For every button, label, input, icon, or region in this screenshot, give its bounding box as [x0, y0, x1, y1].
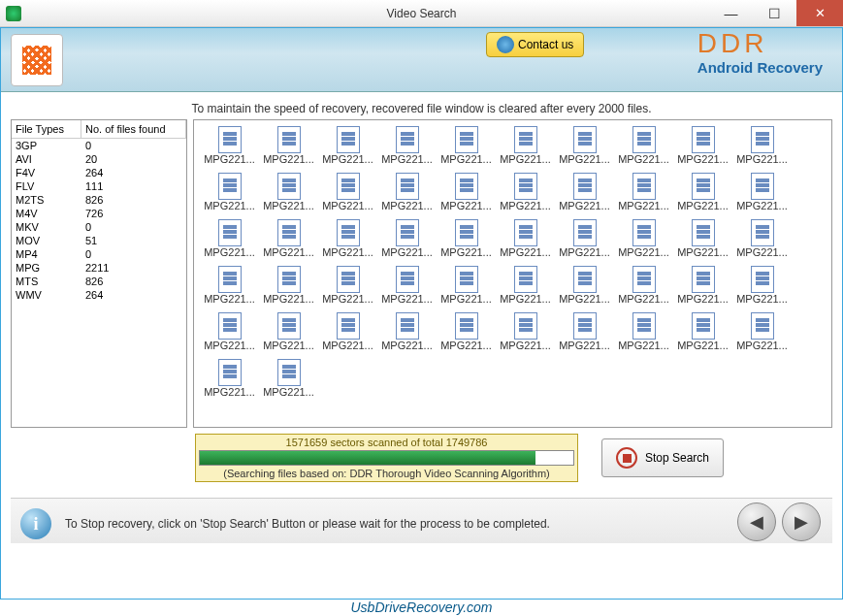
progress-bar	[199, 450, 574, 466]
file-item[interactable]: MPG221...	[614, 122, 673, 165]
file-item[interactable]: MPG221...	[555, 262, 614, 305]
table-row[interactable]: WMV264	[12, 288, 186, 302]
file-item[interactable]: MPG221...	[673, 262, 732, 305]
file-icon	[514, 219, 537, 246]
file-item[interactable]: MPG221...	[200, 262, 259, 305]
file-item[interactable]: MPG221...	[673, 308, 732, 351]
file-item[interactable]: MPG221...	[732, 308, 792, 351]
file-label: MPG221...	[377, 246, 437, 258]
file-item[interactable]: MPG221...	[496, 308, 555, 351]
file-item[interactable]: MPG221...	[200, 308, 259, 351]
col-file-types[interactable]: File Types	[12, 120, 81, 138]
file-label: MPG221...	[200, 153, 259, 165]
table-row[interactable]: MPG2211	[12, 261, 186, 275]
file-icon	[277, 173, 301, 200]
file-item[interactable]: MPG221...	[318, 169, 377, 211]
file-item[interactable]: MPG221...	[437, 308, 496, 351]
file-icon	[337, 266, 360, 293]
stop-label: Stop Search	[645, 451, 709, 465]
contact-icon	[497, 36, 514, 53]
file-item[interactable]: MPG221...	[496, 215, 555, 258]
file-icon	[218, 173, 242, 200]
file-icon	[218, 266, 242, 293]
app-icon	[6, 6, 21, 21]
file-item[interactable]: MPG221...	[259, 355, 318, 398]
next-button[interactable]: ▶	[782, 503, 821, 541]
table-row[interactable]: MTS826	[12, 275, 186, 288]
brand-name: DDR	[697, 30, 823, 57]
file-item[interactable]: MPG221...	[318, 122, 377, 165]
file-item[interactable]: MPG221...	[259, 122, 318, 165]
file-item[interactable]: MPG221...	[614, 169, 673, 211]
file-item[interactable]: MPG221...	[614, 215, 673, 258]
file-item[interactable]: MPG221...	[673, 169, 732, 211]
file-item[interactable]: MPG221...	[318, 308, 377, 351]
file-item[interactable]: MPG221...	[555, 215, 614, 258]
back-button[interactable]: ◀	[737, 503, 776, 541]
file-item[interactable]: MPG221...	[732, 215, 792, 258]
close-button[interactable]: ✕	[796, 0, 843, 26]
file-item[interactable]: MPG221...	[673, 122, 732, 165]
file-label: MPG221...	[496, 153, 555, 165]
file-item[interactable]: MPG221...	[732, 122, 792, 165]
table-row[interactable]: M4V726	[12, 207, 186, 220]
brand-subtitle: Android Recovery	[697, 59, 823, 76]
file-label: MPG221...	[673, 153, 732, 165]
minimize-button[interactable]: —	[709, 0, 753, 26]
table-row[interactable]: AVI20	[12, 152, 186, 166]
file-item[interactable]: MPG221...	[259, 308, 318, 351]
table-row[interactable]: MOV51	[12, 234, 186, 247]
file-label: MPG221...	[614, 293, 673, 305]
file-item[interactable]: MPG221...	[200, 122, 259, 165]
file-item[interactable]: MPG221...	[377, 308, 437, 351]
file-item[interactable]: MPG221...	[259, 262, 318, 305]
table-row[interactable]: MP40	[12, 247, 186, 261]
nav-buttons: ◀ ▶	[737, 503, 821, 541]
file-item[interactable]: MPG221...	[377, 215, 437, 258]
file-item[interactable]: MPG221...	[377, 122, 437, 165]
file-item[interactable]: MPG221...	[555, 308, 614, 351]
file-item[interactable]: MPG221...	[318, 215, 377, 258]
content: To maintain the speed of recovery, recov…	[1, 92, 842, 549]
maximize-button[interactable]: ☐	[753, 0, 796, 26]
file-item[interactable]: MPG221...	[555, 169, 614, 211]
file-item[interactable]: MPG221...	[732, 169, 792, 211]
contact-us-button[interactable]: Contact us	[486, 32, 584, 57]
file-item[interactable]: MPG221...	[259, 215, 318, 258]
file-item[interactable]: MPG221...	[200, 169, 259, 211]
file-item[interactable]: MPG221...	[200, 355, 259, 398]
file-item[interactable]: MPG221...	[732, 262, 792, 305]
file-item[interactable]: MPG221...	[437, 215, 496, 258]
table-row[interactable]: F4V264	[12, 166, 186, 179]
file-label: MPG221...	[673, 293, 732, 305]
file-item[interactable]: MPG221...	[437, 169, 496, 211]
file-icon	[573, 312, 597, 340]
table-row[interactable]: MKV0	[12, 220, 186, 234]
table-row[interactable]: M2TS826	[12, 193, 186, 207]
file-item[interactable]: MPG221...	[377, 262, 437, 305]
file-label: MPG221...	[318, 340, 377, 351]
file-item[interactable]: MPG221...	[496, 169, 555, 211]
file-item[interactable]: MPG221...	[496, 122, 555, 165]
table-row[interactable]: FLV111	[12, 179, 186, 193]
col-count[interactable]: No. of files found	[81, 120, 186, 138]
file-item[interactable]: MPG221...	[377, 169, 437, 211]
file-item[interactable]: MPG221...	[614, 308, 673, 351]
file-item[interactable]: MPG221...	[437, 122, 496, 165]
file-item[interactable]: MPG221...	[496, 262, 555, 305]
file-item[interactable]: MPG221...	[318, 262, 377, 305]
file-item[interactable]: MPG221...	[200, 215, 259, 258]
stop-search-button[interactable]: Stop Search	[601, 438, 724, 477]
file-icon	[396, 126, 419, 153]
table-row[interactable]: 3GP0	[12, 139, 186, 152]
file-item[interactable]: MPG221...	[437, 262, 496, 305]
file-item[interactable]: MPG221...	[259, 169, 318, 211]
table-header: File Types No. of files found	[12, 120, 186, 139]
file-item[interactable]: MPG221...	[614, 262, 673, 305]
file-grid[interactable]: MPG221...MPG221...MPG221...MPG221...MPG2…	[194, 120, 831, 427]
file-icon	[632, 126, 656, 153]
file-label: MPG221...	[555, 153, 614, 165]
file-item[interactable]: MPG221...	[555, 122, 614, 165]
file-item[interactable]: MPG221...	[673, 215, 732, 258]
file-label: MPG221...	[673, 246, 732, 258]
